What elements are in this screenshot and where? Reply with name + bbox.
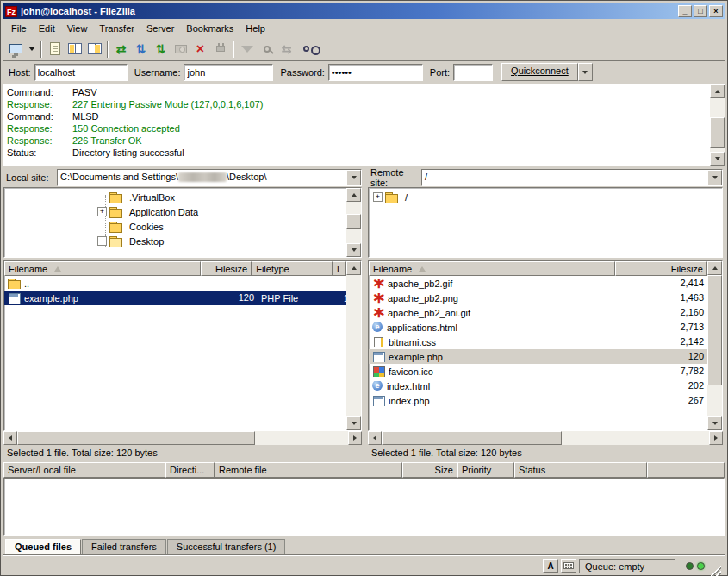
- scroll-up-button[interactable]: [710, 85, 725, 98]
- file-row-apache-pb2-gif[interactable]: apache_pb2.gif 2,414: [369, 276, 707, 291]
- scroll-down-button[interactable]: [707, 416, 722, 430]
- toggle-message-log-button[interactable]: [45, 39, 65, 59]
- remote-site-combo[interactable]: /: [421, 169, 723, 186]
- tree-item-cookies[interactable]: Cookies: [4, 219, 346, 234]
- find-files-button[interactable]: [296, 39, 316, 59]
- remote-list-scrollbar[interactable]: [707, 261, 722, 430]
- column-priority[interactable]: Priority: [457, 462, 514, 478]
- scroll-right-button[interactable]: [348, 431, 362, 445]
- file-row-index-html[interactable]: index.html 202: [369, 379, 707, 393]
- toggle-remote-tree-button[interactable]: [84, 39, 104, 59]
- log-vertical-scrollbar[interactable]: [710, 85, 725, 166]
- filter-button[interactable]: [237, 39, 257, 59]
- scroll-down-button[interactable]: [346, 416, 361, 430]
- scroll-track[interactable]: [710, 98, 725, 152]
- site-manager-dropdown[interactable]: [26, 39, 38, 59]
- file-row-apache-pb2-png[interactable]: apache_pb2.png 1,463: [369, 291, 707, 305]
- tree-item-virtualbox[interactable]: .VirtualBox: [4, 190, 346, 204]
- menu-view[interactable]: View: [61, 21, 94, 36]
- scroll-thumb[interactable]: [710, 117, 725, 148]
- column-filename[interactable]: Filename: [4, 261, 201, 276]
- queue-list[interactable]: [3, 478, 725, 536]
- scroll-track[interactable]: [346, 202, 361, 243]
- tab-queued-files[interactable]: Queued files: [5, 539, 81, 554]
- resize-grip[interactable]: [710, 565, 721, 576]
- tab-failed-transfers[interactable]: Failed transfers: [82, 539, 166, 554]
- username-input[interactable]: [184, 64, 273, 81]
- quickconnect-dropdown[interactable]: [578, 63, 593, 81]
- password-input[interactable]: [328, 64, 423, 81]
- synchronized-browsing-button[interactable]: ⇆: [277, 39, 296, 59]
- tree-item-application-data[interactable]: + Application Data: [4, 204, 346, 219]
- remote-horizontal-scrollbar[interactable]: [368, 431, 723, 445]
- quickconnect-button[interactable]: Quickconnect: [501, 63, 578, 81]
- scroll-track[interactable]: [17, 431, 348, 445]
- column-filesize[interactable]: Filesize: [615, 261, 707, 276]
- menu-help[interactable]: Help: [240, 21, 271, 36]
- scroll-up-button[interactable]: [346, 188, 361, 202]
- scroll-left-button[interactable]: [3, 431, 17, 445]
- column-filename[interactable]: Filename: [369, 261, 615, 276]
- scroll-thumb[interactable]: [346, 214, 361, 229]
- local-horizontal-scrollbar[interactable]: [3, 431, 362, 445]
- scroll-thumb[interactable]: [17, 431, 255, 445]
- collapse-icon[interactable]: -: [97, 236, 107, 246]
- toggle-local-tree-button[interactable]: [65, 39, 84, 59]
- site-manager-button[interactable]: [6, 39, 26, 59]
- column-server-local-file[interactable]: Server/Local file: [3, 462, 165, 478]
- scroll-down-button[interactable]: [710, 152, 725, 166]
- scroll-track[interactable]: [707, 275, 722, 416]
- file-row-apache-pb2-ani-gif[interactable]: apache_pb2_ani.gif 2,160: [369, 305, 707, 320]
- column-filesize[interactable]: Filesize: [201, 261, 252, 276]
- scroll-right-button[interactable]: [709, 431, 723, 445]
- close-button[interactable]: ×: [709, 5, 723, 17]
- file-row-parent-dir[interactable]: ..: [4, 276, 346, 291]
- port-input[interactable]: [453, 64, 493, 81]
- scroll-thumb[interactable]: [707, 275, 722, 385]
- minimize-button[interactable]: _: [678, 5, 692, 17]
- menu-edit[interactable]: Edit: [33, 21, 61, 36]
- scroll-thumb[interactable]: [382, 431, 562, 445]
- refresh-button[interactable]: ⇄: [111, 39, 131, 59]
- host-input[interactable]: [34, 64, 128, 81]
- menu-file[interactable]: File: [5, 21, 33, 36]
- local-site-combo[interactable]: C:\Documents and Settings\\Desktop\: [57, 169, 362, 186]
- scroll-track[interactable]: [346, 275, 361, 416]
- file-row-bitnami-css[interactable]: bitnami.css 2,142: [369, 335, 707, 349]
- reconnect-button[interactable]: [171, 39, 190, 59]
- column-size[interactable]: Size: [402, 462, 457, 478]
- menu-bookmarks[interactable]: Bookmarks: [180, 21, 240, 36]
- scroll-track[interactable]: [382, 431, 709, 445]
- tab-successful-transfers[interactable]: Successful transfers (1): [167, 539, 286, 554]
- disconnect-button[interactable]: [210, 39, 230, 59]
- local-tree-scrollbar[interactable]: [346, 188, 361, 257]
- process-queue-button[interactable]: ⇅: [151, 39, 171, 59]
- expand-icon[interactable]: +: [373, 192, 383, 202]
- file-row-example-php[interactable]: example.php 120: [369, 349, 707, 364]
- column-remote-file[interactable]: Remote file: [215, 462, 402, 478]
- column-filetype[interactable]: Filetype: [252, 261, 333, 276]
- cancel-operation-button[interactable]: ×: [190, 39, 210, 59]
- remote-site-dropdown[interactable]: [707, 170, 722, 185]
- transfer-type-indicator-icon[interactable]: A: [543, 559, 558, 573]
- tree-item-desktop[interactable]: - Desktop: [4, 234, 346, 248]
- local-list-scrollbar[interactable]: [346, 261, 361, 430]
- column-direction[interactable]: Directi...: [165, 462, 215, 478]
- menu-transfer[interactable]: Transfer: [93, 21, 140, 36]
- file-row-applications-html[interactable]: applications.html 2,713: [369, 320, 707, 335]
- tree-item-root[interactable]: + /: [369, 190, 722, 204]
- column-last-modified[interactable]: L: [333, 261, 346, 276]
- file-row-index-php[interactable]: index.php 267: [369, 393, 707, 408]
- maximize-button[interactable]: □: [694, 5, 707, 17]
- column-status[interactable]: Status: [514, 462, 647, 478]
- directory-comparison-button[interactable]: [257, 39, 277, 59]
- toggle-queue-button[interactable]: ⇅: [131, 39, 151, 59]
- titlebar[interactable]: Fz john@localhost - FileZilla _ □ ×: [3, 3, 725, 19]
- keyboard-indicator-icon[interactable]: [561, 559, 576, 573]
- menu-server[interactable]: Server: [140, 21, 180, 36]
- scroll-up-button[interactable]: [346, 261, 361, 275]
- expand-icon[interactable]: +: [97, 207, 107, 216]
- local-site-dropdown[interactable]: [346, 170, 361, 185]
- file-row-favicon-ico[interactable]: favicon.ico 7,782: [369, 364, 707, 379]
- scroll-down-button[interactable]: [346, 243, 361, 257]
